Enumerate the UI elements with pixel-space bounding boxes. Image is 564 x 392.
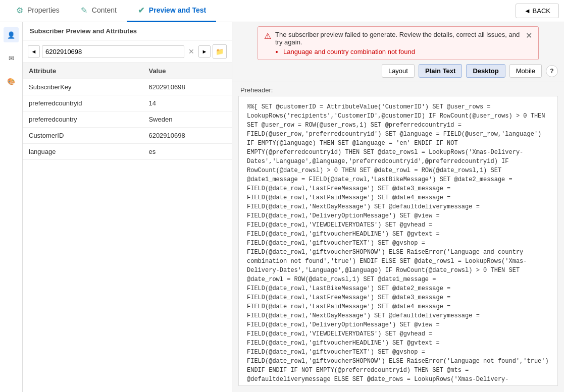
plain-text-button-label: Plain Text	[425, 67, 455, 75]
properties-icon: ⚙	[15, 6, 24, 15]
sidebar-icon-user[interactable]: 👤	[4, 27, 19, 42]
attribute-col-header: Attribute	[23, 63, 142, 79]
subscriber-search-bar: ◄ ✕ ► 📁	[23, 40, 232, 63]
preview-icon: ✔	[137, 6, 146, 15]
tab-properties-label: Properties	[27, 6, 60, 14]
left-panel: Subscriber Preview and Attributes ◄ ✕ ► …	[23, 22, 232, 392]
help-button[interactable]: ?	[546, 65, 558, 77]
tab-preview[interactable]: ✔ Preview and Test	[127, 0, 216, 22]
code-preview-area[interactable]: %%[ SET @customerID = AttributeValue('Cu…	[238, 96, 558, 386]
right-panel: ⚠ The subscriber preview failed to gener…	[232, 22, 564, 392]
error-main-message: The subscriber preview failed to generat…	[275, 31, 522, 46]
attribute-name: preferredcountryid	[23, 95, 142, 111]
help-icon: ?	[550, 68, 553, 75]
preheader-label: Preheader:	[232, 82, 564, 96]
folder-icon: 📁	[216, 48, 224, 55]
subscriber-panel-header: Subscriber Preview and Attributes	[23, 22, 232, 40]
attribute-name: SubscriberKey	[23, 79, 142, 95]
attribute-value: Sweden	[142, 111, 232, 128]
table-row: SubscriberKey6202910698	[23, 79, 232, 95]
attribute-name: language	[23, 144, 142, 160]
prev-subscriber-button[interactable]: ◄	[28, 45, 40, 58]
clear-subscriber-button[interactable]: ✕	[186, 47, 196, 55]
sidebar-icon-mail[interactable]: ✉	[4, 50, 19, 66]
attribute-value: 14	[142, 95, 232, 111]
error-text: The subscriber preview failed to generat…	[275, 31, 522, 55]
error-banner: ⚠ The subscriber preview failed to gener…	[258, 26, 539, 60]
palette-icon: 🎨	[7, 78, 15, 85]
back-button-label: ◄ BACK	[524, 7, 550, 15]
tab-content[interactable]: ✎ Content	[70, 0, 127, 22]
mail-icon: ✉	[9, 54, 14, 62]
sidebar-icons: 👤 ✉ 🎨	[0, 22, 23, 392]
back-button[interactable]: ◄ BACK	[516, 4, 559, 18]
tab-preview-label: Preview and Test	[149, 6, 206, 14]
top-navigation: ⚙ Properties ✎ Content ✔ Preview and Tes…	[0, 0, 564, 22]
layout-button[interactable]: Layout	[382, 64, 415, 78]
content-icon: ✎	[80, 6, 89, 15]
close-error-button[interactable]: ✕	[526, 31, 532, 40]
main-layout: 👤 ✉ 🎨 Subscriber Preview and Attributes …	[0, 22, 564, 392]
desktop-button[interactable]: Desktop	[466, 64, 505, 78]
mobile-button[interactable]: Mobile	[509, 64, 542, 78]
error-icon: ⚠	[264, 31, 271, 41]
value-col-header: Value	[142, 63, 232, 79]
layout-button-label: Layout	[388, 67, 408, 75]
attribute-value: es	[142, 144, 232, 160]
attribute-value: 6202910698	[142, 79, 232, 95]
attribute-name: preferredcountry	[23, 111, 142, 128]
subscriber-id-input[interactable]	[42, 45, 184, 58]
preview-toolbar: Layout Plain Text Desktop Mobile ?	[232, 60, 564, 82]
table-row: languagees	[23, 144, 232, 160]
tab-properties[interactable]: ⚙ Properties	[5, 0, 70, 22]
sidebar-icon-palette[interactable]: 🎨	[4, 74, 19, 89]
next-subscriber-button[interactable]: ►	[198, 45, 211, 58]
user-icon: 👤	[7, 31, 15, 39]
table-row: preferredcountryid14	[23, 95, 232, 111]
attributes-table: Attribute Value SubscriberKey6202910698p…	[23, 63, 232, 160]
plain-text-button[interactable]: Plain Text	[419, 64, 462, 78]
browse-subscriber-button[interactable]: 📁	[213, 44, 227, 59]
desktop-button-label: Desktop	[473, 67, 498, 75]
error-bullet: Language and country combination not fou…	[283, 48, 522, 55]
attributes-table-container: Attribute Value SubscriberKey6202910698p…	[23, 63, 232, 392]
mobile-button-label: Mobile	[516, 67, 535, 75]
table-row: preferredcountrySweden	[23, 111, 232, 128]
table-row: CustomerID6202910698	[23, 128, 232, 144]
attribute-value: 6202910698	[142, 128, 232, 144]
attribute-name: CustomerID	[23, 128, 142, 144]
tab-content-label: Content	[92, 6, 117, 14]
